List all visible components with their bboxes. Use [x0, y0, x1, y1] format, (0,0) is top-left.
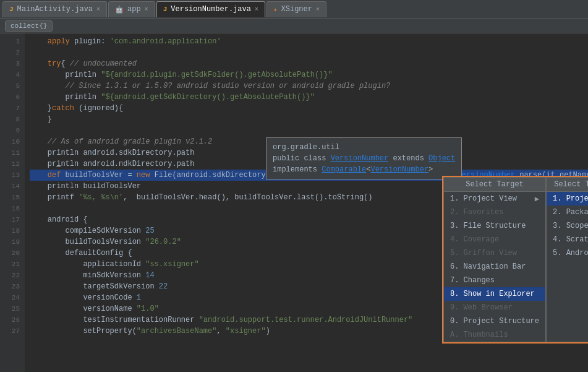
tab-label-version-number: VersionNumber.java	[171, 5, 251, 14]
tooltip-line1: org.gradle.util	[273, 142, 455, 153]
editor: 1 2 3 4 5 6 7 8 9 10 11 12 13 14 15 16 1…	[0, 33, 588, 372]
tab-label-app: app	[127, 5, 141, 14]
menu-item-thumbnails: A. Thumbnails	[444, 328, 545, 342]
tab-xsigner[interactable]: ✦ XSigner ×	[266, 1, 326, 17]
sub-menu-item-scope[interactable]: 3. Scope ▶	[547, 219, 588, 233]
tab-close-xsigner[interactable]: ×	[316, 6, 320, 13]
code-line-9	[30, 125, 588, 136]
line-numbers: 1 2 3 4 5 6 7 8 9 10 11 12 13 14 15 16 1…	[0, 33, 25, 372]
select-target-main-menu: Select Target 1. Project View ▶ 2. Favor…	[443, 177, 546, 342]
sub-menu-item-packages[interactable]: 2. Packages	[547, 205, 588, 219]
tab-close-version[interactable]: ×	[255, 6, 258, 13]
menu-item-web-browser: 9. Web Browser	[444, 301, 545, 314]
tab-main-activity[interactable]: J MainActivity.java ×	[2, 1, 107, 17]
sub-menu-header: Select Target	[547, 178, 588, 192]
menu-item-favorites: 2. Favorites	[444, 205, 545, 219]
tooltip-line3: implements Comparable<VersionNumber>	[273, 164, 455, 175]
menu-item-changes[interactable]: 7. Changes	[444, 274, 545, 287]
sub-menu-item-android[interactable]: 5. Android	[547, 246, 588, 260]
code-line-3: try{ // undocumented	[30, 58, 588, 69]
breadcrumb-bar: collect{}	[0, 19, 588, 33]
tab-bar: J MainActivity.java × 🤖 app × J VersionN…	[0, 0, 588, 19]
tab-icon-version: J	[163, 6, 168, 13]
sub-menu-item-project[interactable]: 1. Project	[547, 192, 588, 205]
menu-item-griffon-view: 5. Griffon View	[444, 246, 545, 260]
tooltip-popup: org.gradle.util public class VersionNumb…	[266, 137, 462, 180]
tab-app[interactable]: 🤖 app ×	[108, 1, 155, 17]
menu-item-project-view[interactable]: 1. Project View ▶	[444, 192, 545, 205]
code-line-5: // Since 1.3.1 or 1.5.0? android studio …	[30, 80, 588, 92]
code-line-4: println "${android.plugin.getSdkFolder()…	[30, 69, 588, 80]
menu-item-file-structure[interactable]: 3. File Structure	[444, 219, 545, 233]
main-menu-header: Select Target	[444, 178, 545, 192]
tab-icon-app: 🤖	[115, 6, 124, 14]
menu-item-show-in-explorer[interactable]: 8. Show in Explorer	[444, 287, 545, 301]
tab-close-app[interactable]: ×	[145, 6, 148, 13]
context-menu-container: Select Target 1. Project View ▶ 2. Favor…	[442, 176, 588, 344]
tab-version-number[interactable]: J VersionNumber.java ×	[156, 1, 265, 17]
tab-close-main-activity[interactable]: ×	[96, 6, 100, 13]
tooltip-line2: public class VersionNumber extends Objec…	[273, 153, 455, 164]
code-line-8: }	[30, 114, 588, 125]
code-line-7: }catch (ignored){	[30, 103, 588, 114]
code-line-1: apply plugin: 'com.android.application'	[30, 36, 588, 47]
tab-icon-xsigner: ✦	[273, 6, 278, 14]
breadcrumb[interactable]: collect{}	[5, 20, 53, 32]
menu-item-project-structure[interactable]: 0. Project Structure	[444, 314, 545, 328]
tab-icon-java: J	[9, 6, 14, 13]
menu-item-coverage: 4. Coverage	[444, 233, 545, 246]
select-target-sub-menu: Select Target 1. Project 2. Packages 3. …	[546, 177, 588, 342]
menu-item-navigation-bar[interactable]: 6. Navigation Bar	[444, 260, 545, 274]
tab-label-main-activity: MainActivity.java	[17, 5, 93, 14]
code-line-6: println "${android.getSdkDirectory().get…	[30, 92, 588, 103]
tab-label-xsigner: XSigner	[281, 5, 312, 14]
code-line-2	[30, 47, 588, 58]
sub-menu-item-scratches[interactable]: 4. Scratches	[547, 233, 588, 246]
